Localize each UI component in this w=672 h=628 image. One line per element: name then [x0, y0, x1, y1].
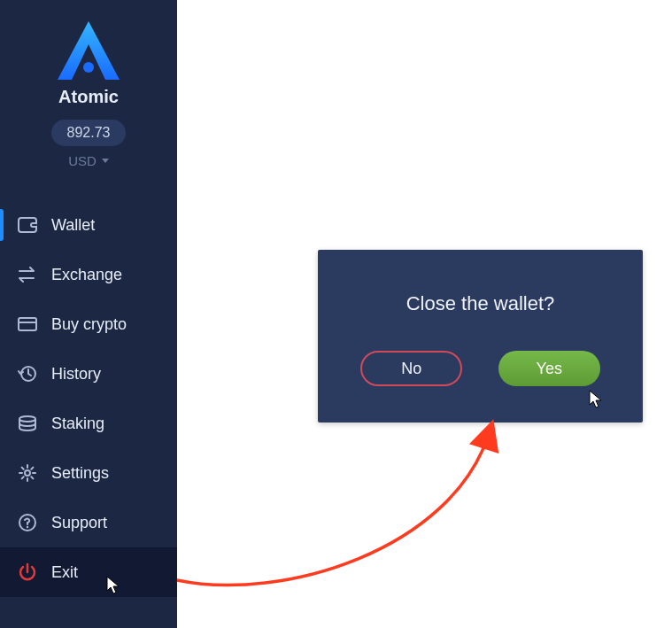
brand-name: Atomic [58, 87, 119, 107]
svg-point-7 [25, 470, 30, 476]
sidebar-item-label: Buy crypto [51, 315, 127, 334]
history-icon [18, 364, 37, 384]
gear-icon [18, 463, 37, 483]
card-icon [18, 314, 37, 334]
svg-point-9 [27, 526, 28, 528]
sidebar-item-label: Exit [51, 563, 78, 582]
atomic-logo [58, 21, 120, 80]
sidebar-item-history[interactable]: History [0, 349, 177, 399]
brand-block: Atomic 892.73 USD [0, 0, 177, 177]
exchange-icon [18, 265, 37, 284]
dialog-buttons: No Yes [318, 351, 643, 386]
wallet-icon [18, 215, 37, 235]
sidebar-item-label: Settings [51, 464, 109, 483]
sidebar-item-buy-crypto[interactable]: Buy crypto [0, 299, 177, 349]
sidebar: Atomic 892.73 USD Wallet Exchange Buy cr… [0, 0, 177, 628]
balance-pill[interactable]: 892.73 [51, 120, 127, 146]
help-icon [18, 513, 37, 532]
svg-rect-2 [31, 223, 37, 227]
sidebar-item-settings[interactable]: Settings [0, 448, 177, 498]
sidebar-item-support[interactable]: Support [0, 498, 177, 547]
sidebar-item-label: History [51, 365, 101, 384]
yes-button[interactable]: Yes [498, 351, 600, 386]
sidebar-item-exchange[interactable]: Exchange [0, 250, 177, 299]
sidebar-item-wallet[interactable]: Wallet [0, 200, 177, 250]
sidebar-item-label: Exchange [51, 266, 122, 284]
staking-icon [18, 414, 37, 433]
close-wallet-dialog: Close the wallet? No Yes [318, 250, 643, 423]
nav: Wallet Exchange Buy crypto History Staki [0, 200, 177, 628]
svg-point-0 [83, 62, 94, 73]
sidebar-item-exit[interactable]: Exit [0, 547, 177, 597]
dialog-title: Close the wallet? [406, 292, 555, 315]
annotation-arrow [142, 399, 514, 593]
svg-point-6 [19, 416, 35, 422]
sidebar-item-label: Wallet [51, 216, 95, 235]
power-icon [18, 562, 37, 582]
sidebar-item-staking[interactable]: Staking [0, 399, 177, 448]
no-button[interactable]: No [360, 351, 462, 386]
sidebar-item-label: Support [51, 514, 107, 532]
currency-select[interactable]: USD [68, 153, 109, 168]
currency-label: USD [68, 153, 97, 168]
svg-rect-3 [19, 318, 36, 330]
sidebar-item-label: Staking [51, 415, 104, 433]
chevron-down-icon [102, 159, 109, 163]
